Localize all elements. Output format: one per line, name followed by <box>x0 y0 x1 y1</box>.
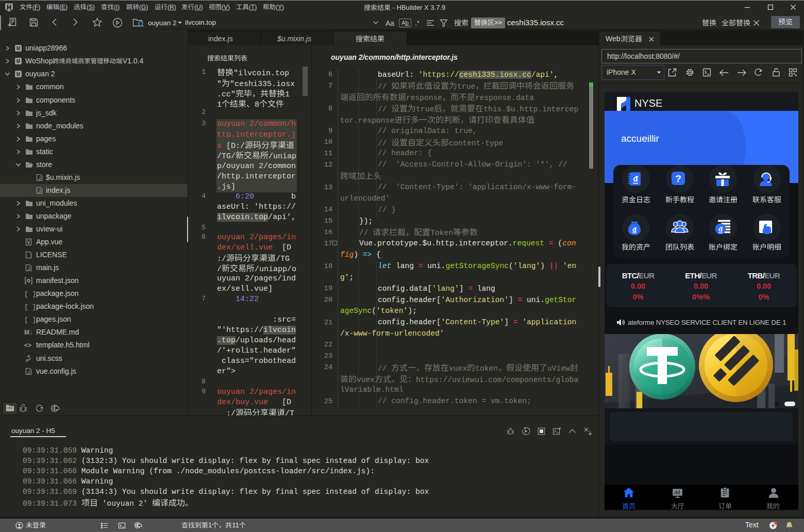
svg-text:?: ? <box>675 173 681 184</box>
svg-text:đ: đ <box>632 226 636 234</box>
svg-text:đ: đ <box>633 174 638 183</box>
svg-text:đ: đ <box>718 225 723 233</box>
